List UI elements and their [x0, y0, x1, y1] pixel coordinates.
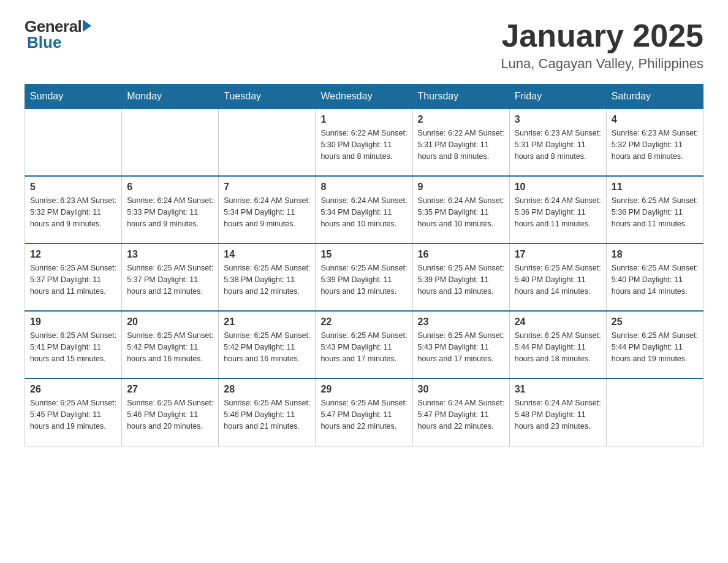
calendar-day-cell: 10Sunrise: 6:24 AM Sunset: 5:36 PM Dayli… — [509, 176, 606, 243]
calendar-header-row: SundayMondayTuesdayWednesdayThursdayFrid… — [25, 85, 703, 109]
day-info: Sunrise: 6:23 AM Sunset: 5:32 PM Dayligh… — [612, 128, 698, 162]
day-info: Sunrise: 6:25 AM Sunset: 5:43 PM Dayligh… — [320, 330, 407, 364]
calendar-day-cell — [219, 109, 316, 176]
day-info: Sunrise: 6:24 AM Sunset: 5:48 PM Dayligh… — [515, 397, 601, 432]
day-number: 24 — [515, 316, 601, 327]
calendar-week-row: 26Sunrise: 6:25 AM Sunset: 5:45 PM Dayli… — [25, 378, 703, 446]
day-number: 31 — [515, 384, 601, 395]
day-info: Sunrise: 6:25 AM Sunset: 5:46 PM Dayligh… — [224, 397, 310, 432]
day-info: Sunrise: 6:24 AM Sunset: 5:36 PM Dayligh… — [515, 195, 601, 229]
day-number: 2 — [418, 114, 504, 125]
calendar-day-cell: 2Sunrise: 6:22 AM Sunset: 5:31 PM Daylig… — [412, 109, 509, 176]
calendar-day-cell: 25Sunrise: 6:25 AM Sunset: 5:44 PM Dayli… — [606, 311, 703, 378]
day-number: 1 — [320, 114, 407, 125]
day-info: Sunrise: 6:25 AM Sunset: 5:45 PM Dayligh… — [30, 397, 116, 432]
day-number: 12 — [30, 249, 116, 260]
day-info: Sunrise: 6:25 AM Sunset: 5:44 PM Dayligh… — [612, 330, 698, 364]
day-info: Sunrise: 6:23 AM Sunset: 5:32 PM Dayligh… — [30, 195, 116, 229]
logo-blue-text: Blue — [27, 34, 61, 50]
day-info: Sunrise: 6:24 AM Sunset: 5:33 PM Dayligh… — [127, 195, 213, 229]
day-number: 26 — [30, 384, 116, 395]
calendar-day-cell: 17Sunrise: 6:25 AM Sunset: 5:40 PM Dayli… — [509, 243, 606, 311]
calendar-day-cell: 21Sunrise: 6:25 AM Sunset: 5:42 PM Dayli… — [219, 311, 316, 378]
day-info: Sunrise: 6:25 AM Sunset: 5:37 PM Dayligh… — [30, 262, 116, 297]
day-number: 9 — [418, 182, 504, 193]
calendar-day-cell: 28Sunrise: 6:25 AM Sunset: 5:46 PM Dayli… — [219, 378, 316, 446]
day-info: Sunrise: 6:24 AM Sunset: 5:47 PM Dayligh… — [418, 397, 504, 432]
calendar-day-cell: 14Sunrise: 6:25 AM Sunset: 5:38 PM Dayli… — [219, 243, 316, 311]
day-number: 21 — [224, 316, 310, 327]
day-of-week-header: Tuesday — [219, 85, 316, 109]
day-info: Sunrise: 6:25 AM Sunset: 5:40 PM Dayligh… — [515, 262, 601, 297]
calendar-week-row: 19Sunrise: 6:25 AM Sunset: 5:41 PM Dayli… — [25, 311, 703, 378]
day-number: 3 — [515, 114, 601, 125]
calendar-day-cell: 3Sunrise: 6:23 AM Sunset: 5:31 PM Daylig… — [509, 109, 606, 176]
calendar-table: SundayMondayTuesdayWednesdayThursdayFrid… — [25, 84, 703, 446]
calendar-day-cell: 31Sunrise: 6:24 AM Sunset: 5:48 PM Dayli… — [509, 378, 606, 446]
calendar-day-cell: 22Sunrise: 6:25 AM Sunset: 5:43 PM Dayli… — [316, 311, 412, 378]
calendar-day-cell — [606, 378, 703, 446]
day-number: 19 — [30, 316, 116, 327]
day-number: 28 — [224, 384, 310, 395]
day-info: Sunrise: 6:24 AM Sunset: 5:35 PM Dayligh… — [418, 195, 504, 229]
page-header: General Blue January 2025 Luna, Cagayan … — [25, 18, 703, 72]
day-number: 30 — [418, 384, 504, 395]
calendar-week-row: 5Sunrise: 6:23 AM Sunset: 5:32 PM Daylig… — [25, 176, 703, 243]
day-number: 11 — [612, 182, 698, 193]
day-of-week-header: Friday — [509, 85, 606, 109]
calendar-day-cell: 12Sunrise: 6:25 AM Sunset: 5:37 PM Dayli… — [25, 243, 122, 311]
day-number: 22 — [320, 316, 407, 327]
day-number: 29 — [320, 384, 407, 395]
calendar-day-cell — [122, 109, 219, 176]
day-info: Sunrise: 6:25 AM Sunset: 5:40 PM Dayligh… — [612, 262, 698, 297]
day-of-week-header: Saturday — [606, 85, 703, 109]
day-number: 13 — [127, 249, 213, 260]
calendar-week-row: 1Sunrise: 6:22 AM Sunset: 5:30 PM Daylig… — [25, 109, 703, 176]
calendar-day-cell: 18Sunrise: 6:25 AM Sunset: 5:40 PM Dayli… — [606, 243, 703, 311]
calendar-day-cell: 5Sunrise: 6:23 AM Sunset: 5:32 PM Daylig… — [25, 176, 122, 243]
location-subtitle: Luna, Cagayan Valley, Philippines — [501, 56, 703, 72]
day-info: Sunrise: 6:25 AM Sunset: 5:44 PM Dayligh… — [515, 330, 601, 364]
day-number: 5 — [30, 182, 116, 193]
day-of-week-header: Wednesday — [316, 85, 412, 109]
calendar-day-cell: 27Sunrise: 6:25 AM Sunset: 5:46 PM Dayli… — [122, 378, 219, 446]
calendar-day-cell: 15Sunrise: 6:25 AM Sunset: 5:39 PM Dayli… — [316, 243, 412, 311]
calendar-day-cell: 11Sunrise: 6:25 AM Sunset: 5:36 PM Dayli… — [606, 176, 703, 243]
day-number: 8 — [320, 182, 407, 193]
day-info: Sunrise: 6:25 AM Sunset: 5:46 PM Dayligh… — [127, 397, 213, 432]
calendar-day-cell — [25, 109, 122, 176]
day-number: 20 — [127, 316, 213, 327]
day-info: Sunrise: 6:24 AM Sunset: 5:34 PM Dayligh… — [320, 195, 407, 229]
logo-triangle-icon — [83, 20, 91, 32]
calendar-day-cell: 30Sunrise: 6:24 AM Sunset: 5:47 PM Dayli… — [412, 378, 509, 446]
calendar-day-cell: 4Sunrise: 6:23 AM Sunset: 5:32 PM Daylig… — [606, 109, 703, 176]
day-of-week-header: Sunday — [25, 85, 122, 109]
day-info: Sunrise: 6:24 AM Sunset: 5:34 PM Dayligh… — [224, 195, 310, 229]
day-number: 27 — [127, 384, 213, 395]
day-number: 10 — [515, 182, 601, 193]
day-number: 6 — [127, 182, 213, 193]
calendar-week-row: 12Sunrise: 6:25 AM Sunset: 5:37 PM Dayli… — [25, 243, 703, 311]
day-info: Sunrise: 6:22 AM Sunset: 5:30 PM Dayligh… — [320, 128, 407, 162]
calendar-day-cell: 26Sunrise: 6:25 AM Sunset: 5:45 PM Dayli… — [25, 378, 122, 446]
day-of-week-header: Thursday — [412, 85, 509, 109]
day-number: 23 — [418, 316, 504, 327]
day-info: Sunrise: 6:25 AM Sunset: 5:39 PM Dayligh… — [418, 262, 504, 297]
day-info: Sunrise: 6:25 AM Sunset: 5:47 PM Dayligh… — [320, 397, 407, 432]
logo-general-text: General — [25, 18, 82, 34]
day-of-week-header: Monday — [122, 85, 219, 109]
day-number: 7 — [224, 182, 310, 193]
calendar-day-cell: 24Sunrise: 6:25 AM Sunset: 5:44 PM Dayli… — [509, 311, 606, 378]
day-info: Sunrise: 6:25 AM Sunset: 5:36 PM Dayligh… — [612, 195, 698, 229]
calendar-day-cell: 6Sunrise: 6:24 AM Sunset: 5:33 PM Daylig… — [122, 176, 219, 243]
day-info: Sunrise: 6:25 AM Sunset: 5:38 PM Dayligh… — [224, 262, 310, 297]
calendar-day-cell: 20Sunrise: 6:25 AM Sunset: 5:42 PM Dayli… — [122, 311, 219, 378]
day-info: Sunrise: 6:22 AM Sunset: 5:31 PM Dayligh… — [418, 128, 504, 162]
calendar-day-cell: 23Sunrise: 6:25 AM Sunset: 5:43 PM Dayli… — [412, 311, 509, 378]
month-title: January 2025 — [501, 18, 703, 53]
day-info: Sunrise: 6:25 AM Sunset: 5:39 PM Dayligh… — [320, 262, 407, 297]
day-number: 16 — [418, 249, 504, 260]
day-info: Sunrise: 6:25 AM Sunset: 5:41 PM Dayligh… — [30, 330, 116, 364]
day-number: 14 — [224, 249, 310, 260]
day-info: Sunrise: 6:25 AM Sunset: 5:42 PM Dayligh… — [224, 330, 310, 364]
